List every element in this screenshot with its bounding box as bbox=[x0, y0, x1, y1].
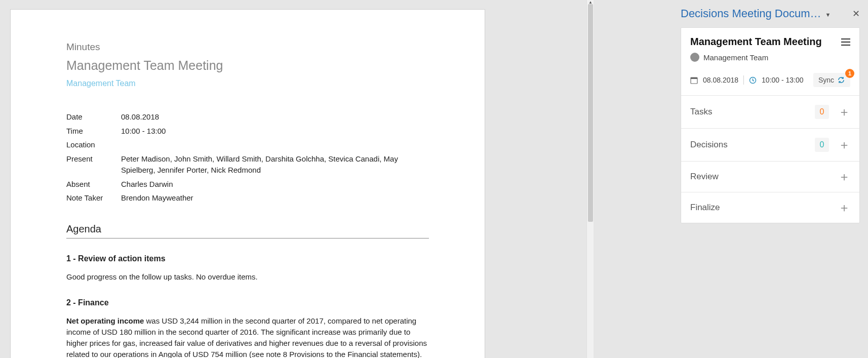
scroll-up-icon[interactable]: ▲ bbox=[587, 0, 594, 4]
scrollbar[interactable]: ▲ bbox=[586, 0, 594, 358]
clock-icon bbox=[749, 76, 757, 84]
agenda-item-2-bold: Net operating income bbox=[66, 316, 144, 325]
doc-meta: Date 08.08.2018 Time 10:00 - 13:00 Locat… bbox=[66, 111, 429, 204]
meeting-title: Management Team Meeting bbox=[690, 36, 822, 48]
agenda-item-1-body: Good progress on the follow up tasks. No… bbox=[66, 271, 429, 283]
agenda-item-1-head: 1 - Review of action items bbox=[66, 253, 429, 264]
section-tasks[interactable]: Tasks 0 ＋ bbox=[681, 95, 859, 128]
side-panel: Decisions Meeting Docum… ▼ ✕ Management … bbox=[676, 0, 868, 358]
label-note-taker: Note Taker bbox=[66, 192, 121, 204]
scrollbar-thumb[interactable] bbox=[588, 4, 593, 222]
document-page: Minutes Management Team Meeting Manageme… bbox=[10, 9, 485, 358]
section-finalize-label: Finalize bbox=[690, 203, 720, 213]
expand-review-button[interactable]: ＋ bbox=[838, 171, 850, 183]
panel-header: Decisions Meeting Docum… ▼ ✕ bbox=[681, 7, 860, 20]
menu-icon[interactable] bbox=[841, 38, 850, 46]
agenda-item-2-head: 2 - Finance bbox=[66, 297, 429, 308]
decisions-count: 0 bbox=[815, 138, 829, 152]
agenda-item-2-body: Net operating income was USD 3,244 milli… bbox=[66, 315, 429, 358]
label-absent: Absent bbox=[66, 179, 121, 190]
meeting-card: Management Team Meeting Management Team bbox=[681, 27, 860, 223]
doc-title-big: Management Team Meeting bbox=[66, 56, 429, 74]
agenda-heading: Agenda bbox=[66, 222, 429, 238]
meeting-date: 08.08.2018 bbox=[703, 76, 738, 84]
section-finalize[interactable]: Finalize ＋ bbox=[681, 192, 859, 223]
value-time: 10:00 - 13:00 bbox=[121, 126, 429, 137]
value-present: Peter Madison, John Smith, Willard Smith… bbox=[121, 153, 429, 176]
value-location bbox=[121, 139, 429, 150]
team-avatar-icon bbox=[690, 53, 699, 62]
label-location: Location bbox=[66, 139, 121, 150]
value-absent: Charles Darwin bbox=[121, 179, 429, 190]
section-review-label: Review bbox=[690, 172, 719, 182]
sync-label: Sync bbox=[818, 76, 834, 84]
separator bbox=[743, 75, 744, 85]
svg-rect-1 bbox=[841, 42, 850, 43]
label-present: Present bbox=[66, 153, 121, 176]
svg-rect-4 bbox=[691, 77, 697, 79]
section-review[interactable]: Review ＋ bbox=[681, 161, 859, 192]
value-note-taker: Brendon Mayweather bbox=[121, 192, 429, 204]
meeting-time: 10:00 - 13:00 bbox=[762, 76, 804, 84]
section-decisions[interactable]: Decisions 0 ＋ bbox=[681, 128, 859, 161]
calendar-icon bbox=[690, 76, 698, 84]
refresh-icon bbox=[837, 76, 845, 84]
sync-button[interactable]: Sync 1 bbox=[813, 73, 850, 87]
section-tasks-label: Tasks bbox=[690, 107, 712, 117]
label-date: Date bbox=[66, 111, 121, 123]
close-icon[interactable]: ✕ bbox=[852, 8, 860, 19]
label-time: Time bbox=[66, 126, 121, 137]
panel-title: Decisions Meeting Docum… bbox=[681, 7, 821, 20]
meeting-team: Management Team bbox=[703, 53, 768, 62]
tasks-count: 0 bbox=[815, 105, 829, 119]
expand-finalize-button[interactable]: ＋ bbox=[838, 202, 850, 214]
sync-badge: 1 bbox=[845, 69, 854, 78]
svg-rect-2 bbox=[841, 45, 850, 46]
section-decisions-label: Decisions bbox=[690, 140, 728, 150]
doc-title-small: Minutes bbox=[66, 40, 429, 54]
add-decision-button[interactable]: ＋ bbox=[838, 139, 850, 151]
svg-rect-0 bbox=[841, 38, 850, 39]
chevron-down-icon[interactable]: ▼ bbox=[825, 12, 831, 18]
add-task-button[interactable]: ＋ bbox=[838, 106, 850, 118]
value-date: 08.08.2018 bbox=[121, 111, 429, 123]
doc-team: Management Team bbox=[66, 77, 429, 89]
document-area: Minutes Management Team Meeting Manageme… bbox=[0, 0, 594, 358]
